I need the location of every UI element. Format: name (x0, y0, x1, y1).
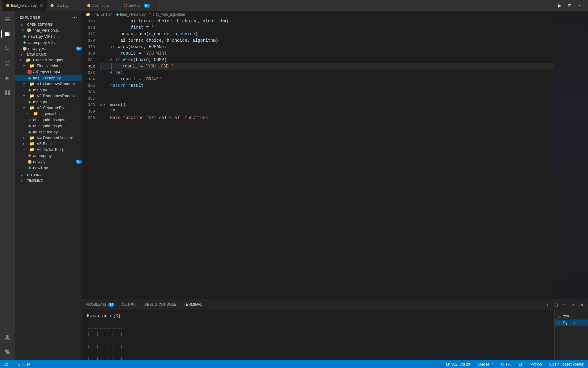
code-content[interactable]: ai_turn(c_choice, h_choice, algorithm) f… (97, 18, 554, 299)
file-icon-ai-cpy: ≡ (27, 117, 32, 122)
language-label: Python (530, 362, 542, 366)
tab-terminal[interactable]: TERMINAL (183, 299, 204, 310)
breadcrumb-function[interactable]: ƒ play_with_algorithm (149, 12, 185, 17)
file-new-py-v6[interactable]: ⬤ new.py 9+ (15, 159, 82, 165)
open-editor-final-version[interactable]: ✕ ⬤ final_version.p... (15, 27, 82, 33)
line-num-377: 377 (85, 31, 95, 37)
folder-v3[interactable]: ▾ 📁 V3-SeparateFiles (15, 105, 82, 111)
breadcrumb-file[interactable]: ◆ final_version.py (116, 12, 145, 17)
open-editor-new-py-badge: 9+ (76, 47, 82, 51)
activity-explorer-icon[interactable] (1, 28, 13, 40)
terminal-item-zsh[interactable]: ⬡ zsh (555, 313, 588, 320)
folder-v1[interactable]: ▾ 📁 V1-HumanvsRandom (15, 81, 82, 87)
code-line-383: else: (100, 70, 554, 76)
cross-noughts-label: Cross & Noughts (33, 58, 82, 62)
panel-more-actions[interactable]: ⋯ (561, 301, 568, 309)
panel-add-terminal[interactable]: + (544, 301, 551, 309)
line-num-378: 378 (85, 37, 95, 44)
terminal-item-python[interactable]: ⬡ Python (555, 320, 588, 326)
open-editors-section[interactable]: ▾ OPEN EDITORS (15, 21, 82, 27)
breadcrumb-final-version[interactable]: 📁 Final version (86, 12, 112, 17)
folder-v2[interactable]: ▾ 📁 V2-RandomvsRando... (15, 93, 82, 99)
status-line-ending[interactable]: LF (518, 362, 524, 366)
activity-bar (0, 11, 15, 360)
folder-icon-v5: 📁 (29, 141, 34, 146)
status-git-branch[interactable]: ⎇ (2, 362, 9, 366)
file-attempt-py[interactable]: ◆ attempt.py (15, 152, 82, 159)
run-button[interactable]: ▶ (556, 2, 564, 9)
file-v1-main[interactable]: ◆ main.py (15, 87, 82, 93)
tab-debug-console[interactable]: DEBUG CONSOLE (143, 299, 178, 310)
tab-close-final-version[interactable]: ✕ (40, 3, 43, 8)
folder-pycache[interactable]: ▸ 📁 __pycache__ (15, 111, 82, 117)
activity-menu-icon[interactable] (1, 13, 13, 25)
sidebar-more-icon[interactable]: ⋯ (72, 14, 77, 20)
file-aiproject1[interactable]: 🟥 AIProject1.mp4 (15, 69, 82, 75)
file-tic-tac-toe-py[interactable]: ◆ tic_tac_toe.py (15, 129, 82, 135)
timeline-section[interactable]: ▸ TIMELINE (15, 178, 82, 183)
code-line-375: ai_turn(c_choice, h_choice, algorithm) (100, 18, 554, 25)
folder-v6[interactable]: ▾ 📁 V6-TicTacToe (... (15, 147, 82, 152)
open-editor-new-py[interactable]: ⬤ new.py V... 9+ (15, 45, 82, 52)
file-icon-attempt: ◆ (22, 40, 27, 45)
file-new1-py[interactable]: ◆ new1.py (15, 165, 82, 171)
status-position[interactable]: Ln 382, Col 29 (445, 362, 471, 366)
folder-v5[interactable]: ▸ 📁 V5-Final (15, 141, 82, 147)
status-language[interactable]: Python (529, 362, 543, 366)
split-editor-button[interactable]: ⊡ (566, 2, 573, 9)
code-line-387 (100, 95, 554, 102)
folder-v4[interactable]: ▸ 📁 V4-RandomMinimax (15, 135, 82, 141)
tic-tac-toe-label: tic_tac_toe.py (33, 130, 82, 134)
activity-extensions-icon[interactable] (1, 87, 13, 99)
line-num-381: 381 (85, 57, 95, 63)
tab-new1[interactable]: new1.py (47, 0, 84, 11)
code-line-377: human_turn(c_choice, h_choice) (100, 31, 554, 37)
status-spaces[interactable]: Spaces: 4 (476, 362, 495, 366)
tab-label-new-py: new.py (129, 3, 140, 8)
tab-output[interactable]: OUTPUT (121, 299, 138, 310)
tab-new-py[interactable]: new.py 9+ (120, 0, 157, 11)
activity-search-icon[interactable] (1, 43, 13, 55)
function-icon-breadcrumb: ƒ (149, 12, 151, 17)
final-version-chevron: ▾ (23, 64, 28, 67)
svg-point-5 (6, 61, 7, 62)
new-game-section[interactable]: ▾ NEW GAME (15, 52, 82, 57)
outline-section[interactable]: ▸ OUTLINE (15, 172, 82, 178)
tab-final-version[interactable]: final_version.py ✕ (2, 0, 47, 11)
more-actions-button[interactable]: ⋯ (576, 2, 583, 9)
terminal-zsh-label: zsh (563, 314, 569, 318)
panel-split-terminal[interactable]: ⊡ (552, 301, 560, 309)
file-ai-algorithms-py[interactable]: ◆ ai_algorithms.py (15, 123, 82, 129)
panel-maximize[interactable]: ∧ (570, 301, 577, 309)
tab-attempt[interactable]: attempt.py (84, 0, 120, 11)
folder-icon-v1: 📁 (29, 82, 34, 86)
status-errors[interactable]: ✕ 0 ⚠ 14 (13, 362, 32, 366)
activity-settings-icon[interactable] (1, 346, 13, 358)
panel-close[interactable]: ✕ (578, 301, 586, 309)
close-icon-final[interactable]: ✕ (22, 29, 24, 32)
terminal-content[interactable]: Human turn [X] --------------- | | | | |… (82, 310, 554, 360)
v3-chevron: ▾ (23, 106, 28, 109)
outline-chevron: ▸ (21, 174, 26, 177)
activity-source-control-icon[interactable] (1, 57, 13, 70)
file-final-version-py-label: final_version.py (33, 76, 82, 80)
v2-chevron: ▾ (23, 94, 28, 98)
activity-run-debug-icon[interactable] (1, 72, 13, 84)
folder-final-version[interactable]: ▾ 📁 Final version (15, 63, 82, 69)
status-python-version[interactable]: 3.11.4 ('base': conda) (548, 362, 586, 366)
open-editor-attempt[interactable]: ◆ attempt.py V6-... (15, 39, 82, 45)
status-encoding[interactable]: UTF-8 (500, 362, 513, 366)
folder-cross-noughts[interactable]: ▾ 📁 Cross & Noughts (15, 57, 82, 63)
code-editor[interactable]: 375 376 377 378 379 380 381 382 383 384 … (82, 18, 588, 299)
open-editor-new1[interactable]: ◆ new1.py V6-Tic... (15, 33, 82, 39)
activity-accounts-icon[interactable] (1, 331, 13, 343)
terminal-board-sep2 (87, 350, 549, 356)
file-ai-algorithms-cpy[interactable]: ≡ ai_algorithms.cpy... (15, 117, 82, 123)
file-final-version-py[interactable]: ◆ final_version.py (15, 75, 82, 81)
svg-rect-8 (5, 78, 6, 79)
terminal-python-icon: ⬡ (558, 321, 561, 325)
file-v2-main[interactable]: ◆ main.py (15, 99, 82, 105)
timeline-chevron: ▸ (21, 179, 26, 182)
tab-problems[interactable]: PROBLEMS 14 (85, 299, 116, 310)
new-py-v6-label: new.py (33, 159, 73, 164)
